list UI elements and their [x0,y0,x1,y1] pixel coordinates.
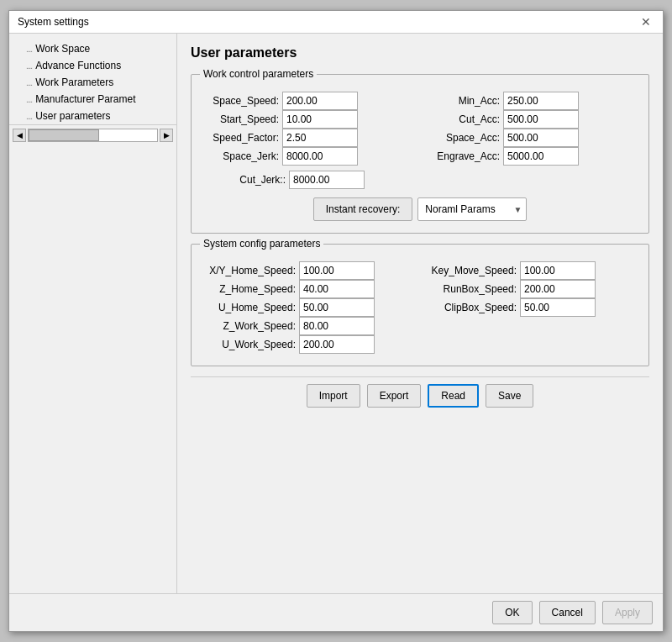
apply-button[interactable]: Apply [602,601,653,624]
left-col: Space_Speed: Start_Speed: Speed_Factor: … [203,92,416,166]
input-cut-acc[interactable] [503,110,579,129]
label-space-speed: Space_Speed: [203,95,279,107]
label-speed-factor: Speed_Factor: [203,132,279,144]
cut-jerk-label: Cut_Jerk:: [210,174,286,186]
cut-jerk-row: Cut_Jerk:: [203,171,637,189]
label-runbox-speed: RunBox_Speed: [424,283,517,295]
ok-button[interactable]: OK [492,601,532,624]
work-control-group: Work control parameters Space_Speed: Sta… [191,74,649,234]
input-u-home-speed[interactable] [299,298,375,317]
label-space-jerk: Space_Jerk: [203,150,279,162]
system-config-params-grid: X/Y_Home_Speed: Z_Home_Speed: U_Home_Spe… [203,261,637,354]
dropdown-wrapper: Noraml Params Custom Params ▼ [417,197,527,221]
param-row-z-work-speed: Z_Work_Speed: [203,317,416,335]
input-engrave-acc[interactable] [503,147,579,166]
recovery-row: Instant recovery: Noraml Params Custom P… [203,197,637,221]
param-row-speed-factor: Speed_Factor: [203,129,416,147]
input-z-home-speed[interactable] [299,280,375,298]
param-row-u-home-speed: U_Home_Speed: [203,298,416,317]
label-start-speed: Start_Speed: [203,113,279,125]
work-control-legend: Work control parameters [200,68,317,80]
param-row-z-home-speed: Z_Home_Speed: [203,280,416,298]
sidebar-item-work-parameters[interactable]: Work Parameters [9,74,176,91]
cancel-button[interactable]: Cancel [539,601,596,624]
sidebar-scrollbar-area: ◀ ▶ [9,124,176,145]
system-config-legend: System config parameters [200,238,323,250]
scroll-left-button[interactable]: ◀ [13,129,26,142]
sys-right-col: Key_Move_Speed: RunBox_Speed: ClipBox_Sp… [424,261,637,354]
input-space-speed[interactable] [282,92,358,110]
input-start-speed[interactable] [282,110,358,129]
system-settings-dialog: System settings ✕ Work SpaceAdvance Func… [8,10,664,632]
label-min-acc: Min_Acc: [424,95,500,107]
instant-recovery-button[interactable]: Instant recovery: [313,197,413,221]
sidebar-nav: Work SpaceAdvance FunctionsWork Paramete… [9,40,176,124]
param-row-u-work-speed: U_Work_Speed: [203,335,416,354]
label-xy-home-speed: X/Y_Home_Speed: [203,265,296,276]
input-runbox-speed[interactable] [520,280,596,298]
scroll-right-button[interactable]: ▶ [160,129,173,142]
close-button[interactable]: ✕ [638,16,654,28]
cut-jerk-input[interactable] [289,171,365,189]
dialog-body: Work SpaceAdvance FunctionsWork Paramete… [9,34,663,593]
label-z-home-speed: Z_Home_Speed: [203,283,296,295]
input-z-work-speed[interactable] [299,317,375,335]
label-key-move-speed: Key_Move_Speed: [424,265,517,276]
export-button[interactable]: Export [367,384,422,408]
label-u-work-speed: U_Work_Speed: [203,339,296,350]
work-left-params: Space_Speed: Start_Speed: Speed_Factor: … [203,92,416,166]
scroll-track[interactable] [28,129,158,142]
sidebar-item-advance-functions[interactable]: Advance Functions [9,57,176,74]
read-button[interactable]: Read [428,384,479,408]
right-col: Min_Acc: Cut_Acc: Space_Acc: Engrave_Acc… [424,92,637,166]
label-u-home-speed: U_Home_Speed: [203,302,296,313]
param-row-xy-home-speed: X/Y_Home_Speed: [203,261,416,280]
save-button[interactable]: Save [486,384,533,408]
sidebar-item-manufacturer-parameters[interactable]: Manufacturer Paramet [9,91,176,108]
dialog-title: System settings [18,16,89,28]
param-row-runbox-speed: RunBox_Speed: [424,280,637,298]
action-bar: Import Export Read Save [191,376,649,414]
input-key-move-speed[interactable] [520,261,596,280]
param-row-min-acc: Min_Acc: [424,92,637,110]
main-content: User parameters Work control parameters … [177,34,663,593]
input-clipbox-speed[interactable] [520,298,596,317]
param-row-space-speed: Space_Speed: [203,92,416,110]
label-clipbox-speed: ClipBox_Speed: [424,302,517,313]
param-row-clipbox-speed: ClipBox_Speed: [424,298,637,317]
label-space-acc: Space_Acc: [424,132,500,144]
normal-params-dropdown[interactable]: Noraml Params Custom Params [417,197,527,221]
import-button[interactable]: Import [307,384,360,408]
param-row-key-move-speed: Key_Move_Speed: [424,261,637,280]
input-space-jerk[interactable] [282,147,358,166]
input-speed-factor[interactable] [282,129,358,147]
param-row-space-jerk: Space_Jerk: [203,147,416,166]
input-space-acc[interactable] [503,129,579,147]
sys-right-params: Key_Move_Speed: RunBox_Speed: ClipBox_Sp… [424,261,637,317]
sys-left-col: X/Y_Home_Speed: Z_Home_Speed: U_Home_Spe… [203,261,416,354]
sys-left-params: X/Y_Home_Speed: Z_Home_Speed: U_Home_Spe… [203,261,416,354]
param-row-cut-acc: Cut_Acc: [424,110,637,129]
label-cut-acc: Cut_Acc: [424,113,500,125]
work-control-params-grid: Space_Speed: Start_Speed: Speed_Factor: … [203,92,637,166]
sidebar-item-work-space[interactable]: Work Space [9,40,176,57]
input-xy-home-speed[interactable] [299,261,375,280]
input-u-work-speed[interactable] [299,335,375,354]
sidebar-item-user-parameters[interactable]: User parameters [9,108,176,124]
param-row-start-speed: Start_Speed: [203,110,416,129]
label-z-work-speed: Z_Work_Speed: [203,320,296,332]
sidebar: Work SpaceAdvance FunctionsWork Paramete… [9,34,177,593]
work-right-params: Min_Acc: Cut_Acc: Space_Acc: Engrave_Acc… [424,92,637,166]
param-row-engrave-acc: Engrave_Acc: [424,147,637,166]
system-config-group: System config parameters X/Y_Home_Speed:… [191,244,649,366]
footer-bar: OK Cancel Apply [9,593,663,631]
scroll-thumb [29,129,99,141]
page-title: User parameters [191,45,649,61]
input-min-acc[interactable] [503,92,579,110]
title-bar: System settings ✕ [9,11,663,34]
label-engrave-acc: Engrave_Acc: [424,150,500,162]
param-row-space-acc: Space_Acc: [424,129,637,147]
